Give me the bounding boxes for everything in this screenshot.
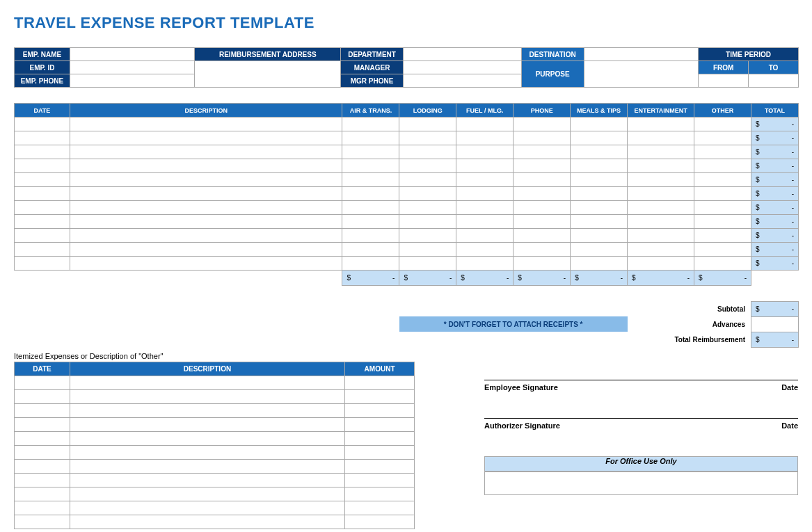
cell[interactable] xyxy=(456,145,514,159)
cell[interactable] xyxy=(345,445,415,459)
cell[interactable] xyxy=(342,201,399,215)
cell[interactable] xyxy=(342,257,399,271)
cell[interactable] xyxy=(70,257,342,271)
cell[interactable] xyxy=(342,215,399,229)
cell[interactable] xyxy=(694,131,751,145)
cell[interactable] xyxy=(15,389,70,403)
cell[interactable] xyxy=(15,257,70,271)
cell[interactable] xyxy=(399,159,456,173)
input-emp-name[interactable] xyxy=(70,48,195,61)
cell[interactable] xyxy=(70,131,342,145)
cell[interactable] xyxy=(15,431,70,445)
cell[interactable] xyxy=(571,257,628,271)
cell[interactable] xyxy=(70,473,344,487)
cell[interactable] xyxy=(628,229,694,243)
cell[interactable] xyxy=(571,159,628,173)
cell[interactable] xyxy=(628,187,694,201)
cell[interactable] xyxy=(70,229,342,243)
cell[interactable] xyxy=(342,187,399,201)
cell[interactable] xyxy=(456,215,514,229)
cell[interactable] xyxy=(514,187,571,201)
cell[interactable] xyxy=(70,445,344,459)
cell[interactable] xyxy=(514,131,571,145)
cell[interactable] xyxy=(456,118,514,131)
cell[interactable] xyxy=(456,229,514,243)
cell[interactable] xyxy=(70,515,344,529)
cell[interactable] xyxy=(15,187,70,201)
cell[interactable] xyxy=(70,501,344,515)
cell[interactable] xyxy=(694,173,751,187)
cell[interactable] xyxy=(342,173,399,187)
cell[interactable] xyxy=(15,229,70,243)
cell[interactable] xyxy=(15,215,70,229)
cell[interactable] xyxy=(694,215,751,229)
cell[interactable] xyxy=(15,131,70,145)
cell[interactable] xyxy=(345,515,415,529)
cell[interactable] xyxy=(345,501,415,515)
cell[interactable] xyxy=(15,201,70,215)
cell[interactable] xyxy=(342,229,399,243)
cell[interactable] xyxy=(345,459,415,473)
cell[interactable] xyxy=(345,376,415,389)
cell[interactable] xyxy=(399,201,456,215)
cell[interactable] xyxy=(694,159,751,173)
cell[interactable] xyxy=(571,215,628,229)
cell[interactable] xyxy=(345,417,415,431)
cell[interactable] xyxy=(514,118,571,131)
cell[interactable] xyxy=(70,243,342,257)
cell[interactable] xyxy=(571,131,628,145)
cell[interactable] xyxy=(70,487,344,501)
cell[interactable] xyxy=(399,173,456,187)
cell[interactable] xyxy=(342,131,399,145)
cell[interactable] xyxy=(628,215,694,229)
cell[interactable] xyxy=(694,243,751,257)
cell[interactable] xyxy=(70,173,342,187)
cell[interactable] xyxy=(628,201,694,215)
cell[interactable] xyxy=(399,243,456,257)
cell[interactable] xyxy=(694,187,751,201)
cell[interactable] xyxy=(514,201,571,215)
cell[interactable] xyxy=(70,431,344,445)
cell[interactable] xyxy=(399,187,456,201)
cell[interactable] xyxy=(15,501,70,515)
cell[interactable] xyxy=(628,173,694,187)
input-department[interactable] xyxy=(404,48,522,61)
input-purpose[interactable] xyxy=(584,61,699,88)
input-emp-phone[interactable] xyxy=(70,74,195,88)
cell[interactable] xyxy=(514,159,571,173)
cell[interactable] xyxy=(514,215,571,229)
cell[interactable] xyxy=(345,389,415,403)
cell[interactable] xyxy=(70,403,344,417)
cell[interactable] xyxy=(571,173,628,187)
cell[interactable] xyxy=(70,215,342,229)
cell[interactable] xyxy=(571,187,628,201)
input-destination[interactable] xyxy=(584,48,699,61)
cell[interactable] xyxy=(628,159,694,173)
value-advances[interactable] xyxy=(751,316,798,332)
cell[interactable] xyxy=(342,159,399,173)
cell[interactable] xyxy=(514,145,571,159)
cell[interactable] xyxy=(15,145,70,159)
cell[interactable] xyxy=(571,201,628,215)
cell[interactable] xyxy=(628,243,694,257)
cell[interactable] xyxy=(70,118,342,131)
cell[interactable] xyxy=(456,187,514,201)
cell[interactable] xyxy=(399,118,456,131)
cell[interactable] xyxy=(456,173,514,187)
cell[interactable] xyxy=(15,459,70,473)
cell[interactable] xyxy=(571,145,628,159)
cell[interactable] xyxy=(571,243,628,257)
cell[interactable] xyxy=(15,515,70,529)
cell[interactable] xyxy=(70,145,342,159)
cell[interactable] xyxy=(694,201,751,215)
cell[interactable] xyxy=(15,403,70,417)
cell[interactable] xyxy=(514,257,571,271)
cell[interactable] xyxy=(694,257,751,271)
cell[interactable] xyxy=(15,487,70,501)
cell[interactable] xyxy=(15,159,70,173)
cell[interactable] xyxy=(70,201,342,215)
cell[interactable] xyxy=(514,173,571,187)
office-use-body[interactable] xyxy=(484,471,798,495)
input-to[interactable] xyxy=(749,74,799,88)
cell[interactable] xyxy=(456,257,514,271)
